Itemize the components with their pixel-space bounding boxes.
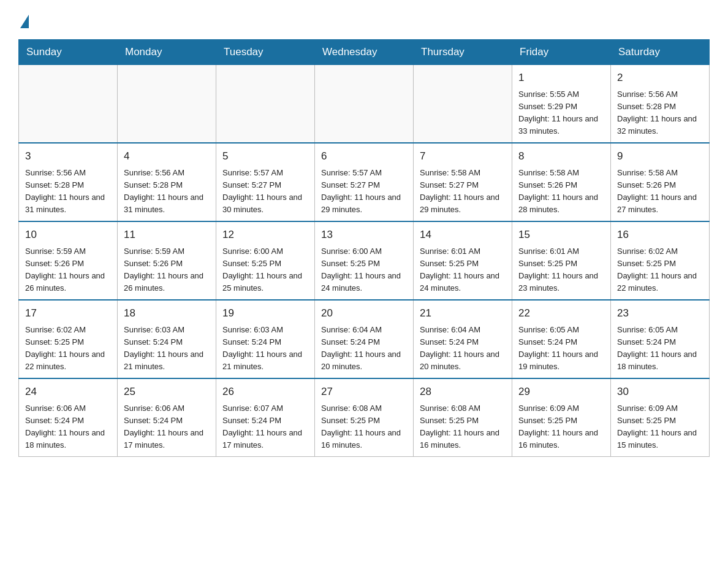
day-number: 25	[124, 384, 210, 400]
calendar-cell: 29Sunrise: 6:09 AM Sunset: 5:25 PM Dayli…	[512, 378, 611, 457]
calendar-week-row: 10Sunrise: 5:59 AM Sunset: 5:26 PM Dayli…	[19, 221, 710, 300]
calendar-cell	[315, 65, 414, 144]
weekday-header-tuesday: Tuesday	[216, 40, 315, 65]
logo-triangle-icon	[20, 15, 29, 28]
calendar-week-row: 24Sunrise: 6:06 AM Sunset: 5:24 PM Dayli…	[19, 378, 710, 457]
day-info: Sunrise: 5:57 AM Sunset: 5:27 PM Dayligh…	[321, 167, 407, 216]
day-number: 24	[25, 384, 111, 400]
day-number: 1	[518, 70, 604, 86]
day-info: Sunrise: 5:59 AM Sunset: 5:26 PM Dayligh…	[25, 245, 111, 295]
calendar-cell: 2Sunrise: 5:56 AM Sunset: 5:28 PM Daylig…	[611, 65, 710, 144]
day-number: 11	[124, 227, 210, 243]
day-info: Sunrise: 6:00 AM Sunset: 5:25 PM Dayligh…	[222, 245, 308, 295]
day-info: Sunrise: 6:02 AM Sunset: 5:25 PM Dayligh…	[617, 245, 703, 295]
calendar-cell	[19, 65, 118, 144]
day-number: 15	[518, 227, 604, 243]
day-info: Sunrise: 5:59 AM Sunset: 5:26 PM Dayligh…	[124, 245, 210, 295]
calendar-cell: 13Sunrise: 6:00 AM Sunset: 5:25 PM Dayli…	[315, 221, 414, 300]
day-number: 14	[420, 227, 506, 243]
day-info: Sunrise: 6:04 AM Sunset: 5:24 PM Dayligh…	[321, 324, 407, 373]
calendar-week-row: 3Sunrise: 5:56 AM Sunset: 5:28 PM Daylig…	[19, 143, 710, 221]
day-number: 18	[124, 305, 210, 321]
weekday-header-wednesday: Wednesday	[315, 40, 414, 65]
calendar-cell: 6Sunrise: 5:57 AM Sunset: 5:27 PM Daylig…	[315, 143, 414, 221]
calendar-cell: 9Sunrise: 5:58 AM Sunset: 5:26 PM Daylig…	[611, 143, 710, 221]
calendar-cell: 20Sunrise: 6:04 AM Sunset: 5:24 PM Dayli…	[315, 300, 414, 378]
calendar-cell: 21Sunrise: 6:04 AM Sunset: 5:24 PM Dayli…	[414, 300, 512, 378]
day-info: Sunrise: 6:04 AM Sunset: 5:24 PM Dayligh…	[420, 324, 506, 373]
day-number: 20	[321, 305, 407, 321]
calendar-cell	[216, 65, 315, 144]
day-number: 5	[222, 148, 308, 164]
calendar-cell	[414, 65, 512, 144]
day-number: 12	[222, 227, 308, 243]
day-number: 30	[617, 384, 703, 400]
calendar-cell: 1Sunrise: 5:55 AM Sunset: 5:29 PM Daylig…	[512, 65, 611, 144]
day-info: Sunrise: 6:03 AM Sunset: 5:24 PM Dayligh…	[124, 324, 210, 373]
day-number: 7	[420, 148, 506, 164]
weekday-header-friday: Friday	[512, 40, 611, 65]
calendar-cell: 14Sunrise: 6:01 AM Sunset: 5:25 PM Dayli…	[414, 221, 512, 300]
day-info: Sunrise: 6:05 AM Sunset: 5:24 PM Dayligh…	[518, 324, 604, 373]
day-info: Sunrise: 5:58 AM Sunset: 5:27 PM Dayligh…	[420, 167, 506, 216]
calendar-cell: 7Sunrise: 5:58 AM Sunset: 5:27 PM Daylig…	[414, 143, 512, 221]
day-number: 17	[25, 305, 111, 321]
day-info: Sunrise: 6:01 AM Sunset: 5:25 PM Dayligh…	[518, 245, 604, 295]
weekday-header-sunday: Sunday	[19, 40, 118, 65]
day-info: Sunrise: 6:03 AM Sunset: 5:24 PM Dayligh…	[222, 324, 308, 373]
day-info: Sunrise: 5:58 AM Sunset: 5:26 PM Dayligh…	[617, 167, 703, 216]
calendar-week-row: 1Sunrise: 5:55 AM Sunset: 5:29 PM Daylig…	[19, 65, 710, 144]
day-info: Sunrise: 5:57 AM Sunset: 5:27 PM Dayligh…	[222, 167, 308, 216]
day-info: Sunrise: 6:06 AM Sunset: 5:24 PM Dayligh…	[25, 402, 111, 452]
day-number: 16	[617, 227, 703, 243]
calendar-cell: 18Sunrise: 6:03 AM Sunset: 5:24 PM Dayli…	[118, 300, 216, 378]
day-number: 10	[25, 227, 111, 243]
day-number: 6	[321, 148, 407, 164]
day-number: 19	[222, 305, 308, 321]
calendar-cell: 4Sunrise: 5:56 AM Sunset: 5:28 PM Daylig…	[118, 143, 216, 221]
calendar-cell: 26Sunrise: 6:07 AM Sunset: 5:24 PM Dayli…	[216, 378, 315, 457]
calendar-cell: 17Sunrise: 6:02 AM Sunset: 5:25 PM Dayli…	[19, 300, 118, 378]
day-info: Sunrise: 6:05 AM Sunset: 5:24 PM Dayligh…	[617, 324, 703, 373]
day-number: 23	[617, 305, 703, 321]
day-number: 3	[25, 148, 111, 164]
day-number: 21	[420, 305, 506, 321]
weekday-header-row: SundayMondayTuesdayWednesdayThursdayFrid…	[19, 40, 710, 65]
day-info: Sunrise: 6:07 AM Sunset: 5:24 PM Dayligh…	[222, 402, 308, 452]
day-info: Sunrise: 6:08 AM Sunset: 5:25 PM Dayligh…	[420, 402, 506, 452]
day-info: Sunrise: 6:00 AM Sunset: 5:25 PM Dayligh…	[321, 245, 407, 295]
day-number: 9	[617, 148, 703, 164]
calendar-cell: 24Sunrise: 6:06 AM Sunset: 5:24 PM Dayli…	[19, 378, 118, 457]
calendar-cell: 15Sunrise: 6:01 AM Sunset: 5:25 PM Dayli…	[512, 221, 611, 300]
day-info: Sunrise: 5:55 AM Sunset: 5:29 PM Dayligh…	[518, 88, 604, 138]
weekday-header-monday: Monday	[118, 40, 216, 65]
calendar-cell: 3Sunrise: 5:56 AM Sunset: 5:28 PM Daylig…	[19, 143, 118, 221]
day-number: 22	[518, 305, 604, 321]
day-info: Sunrise: 5:56 AM Sunset: 5:28 PM Dayligh…	[124, 167, 210, 216]
day-number: 27	[321, 384, 407, 400]
day-info: Sunrise: 6:08 AM Sunset: 5:25 PM Dayligh…	[321, 402, 407, 452]
day-number: 4	[124, 148, 210, 164]
day-number: 29	[518, 384, 604, 400]
day-info: Sunrise: 5:56 AM Sunset: 5:28 PM Dayligh…	[25, 167, 111, 216]
day-info: Sunrise: 6:06 AM Sunset: 5:24 PM Dayligh…	[124, 402, 210, 452]
calendar-cell: 23Sunrise: 6:05 AM Sunset: 5:24 PM Dayli…	[611, 300, 710, 378]
day-number: 26	[222, 384, 308, 400]
calendar-cell: 5Sunrise: 5:57 AM Sunset: 5:27 PM Daylig…	[216, 143, 315, 221]
calendar-cell: 8Sunrise: 5:58 AM Sunset: 5:26 PM Daylig…	[512, 143, 611, 221]
day-info: Sunrise: 6:09 AM Sunset: 5:25 PM Dayligh…	[617, 402, 703, 452]
day-info: Sunrise: 6:09 AM Sunset: 5:25 PM Dayligh…	[518, 402, 604, 452]
weekday-header-saturday: Saturday	[611, 40, 710, 65]
calendar-cell: 30Sunrise: 6:09 AM Sunset: 5:25 PM Dayli…	[611, 378, 710, 457]
calendar-week-row: 17Sunrise: 6:02 AM Sunset: 5:25 PM Dayli…	[19, 300, 710, 378]
day-number: 8	[518, 148, 604, 164]
calendar-cell: 19Sunrise: 6:03 AM Sunset: 5:24 PM Dayli…	[216, 300, 315, 378]
day-number: 28	[420, 384, 506, 400]
day-number: 2	[617, 70, 703, 86]
weekday-header-thursday: Thursday	[414, 40, 512, 65]
page-header	[18, 12, 710, 27]
calendar-cell: 22Sunrise: 6:05 AM Sunset: 5:24 PM Dayli…	[512, 300, 611, 378]
calendar-cell: 25Sunrise: 6:06 AM Sunset: 5:24 PM Dayli…	[118, 378, 216, 457]
calendar-cell: 11Sunrise: 5:59 AM Sunset: 5:26 PM Dayli…	[118, 221, 216, 300]
calendar-cell: 27Sunrise: 6:08 AM Sunset: 5:25 PM Dayli…	[315, 378, 414, 457]
